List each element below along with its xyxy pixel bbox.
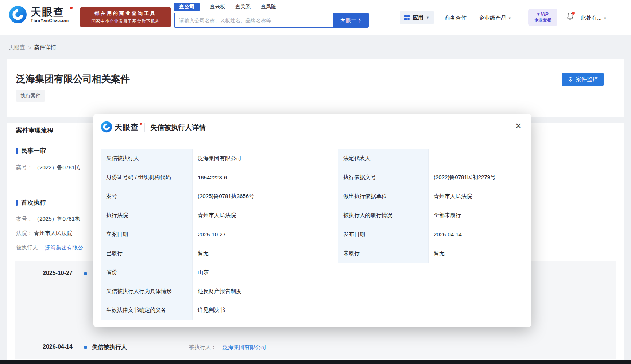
close-icon[interactable]: × [515, 120, 522, 132]
search-button[interactable]: 天眼一下 [333, 13, 369, 28]
search-tab-risk[interactable]: 查风险 [261, 4, 276, 10]
promo-line2: 国家中小企业发展子基金旗下机构 [80, 18, 171, 24]
company-link[interactable]: 泛海集团有限公司 [222, 344, 266, 351]
table-row: 生效法律文书确定的义务 详见判决书 [101, 301, 523, 320]
vip-package-button[interactable]: ♥ VIP 企业套餐 [528, 9, 557, 26]
field-label: 生效法律文书确定的义务 [101, 301, 193, 320]
executee-label: 被执行人： [189, 344, 216, 351]
field-label: 身份证号码 / 组织机构代码 [101, 168, 193, 187]
logo-red-dot [140, 123, 142, 125]
table-row: 案号 (2025)鲁0781执3656号 做出执行依据单位 青州市人民法院 [101, 187, 523, 206]
business-label: 商务合作 [445, 15, 467, 22]
modal-title: 失信被执行人详情 [150, 123, 206, 132]
vip-label: VIP [541, 11, 549, 17]
field-label: 发布日期 [338, 225, 429, 244]
field-label: 法定代表人 [338, 149, 429, 168]
timeline-event: 失信被执行人 [92, 344, 127, 351]
executee-label: 被执行人： [16, 244, 43, 251]
brand-name: 天眼查 [31, 7, 69, 18]
top-header: 天眼查 TianYanCha.com 都在用的商业查询工具 国家中小企业发展子基… [0, 0, 631, 35]
notification-bell[interactable] [566, 12, 575, 22]
stage-name: 民事一审 [21, 147, 46, 155]
stage2-executee-line: 被执行人： 泛海集团有限公 [16, 244, 83, 251]
field-label: 被执行人的履行情况 [338, 206, 429, 225]
enterprise-label: 企业级产品 [479, 15, 506, 22]
field-value: 青州市人民法院 [429, 187, 523, 206]
nav-business-cooperation[interactable]: 商务合作 [445, 15, 467, 22]
apps-menu-button[interactable]: 应用 ▼ [400, 11, 434, 24]
stage2-court-line: 法院： 青州市人民法院 [16, 230, 72, 237]
court-value: 青州市人民法院 [34, 230, 72, 236]
timeline-date: 2025-10-27 [43, 270, 73, 276]
search-tab-company[interactable]: 查公司 [174, 3, 200, 11]
case-number-value: （2022）鲁0781民 [34, 164, 80, 170]
field-value: 泛海集团有限公司 [193, 149, 338, 168]
footer-strip [0, 360, 631, 364]
field-value: 16542223-6 [193, 168, 338, 187]
search-tabs: 查公司 查老板 查关系 查风险 [174, 2, 369, 12]
field-value: 违反财产报告制度 [193, 282, 523, 301]
vip-package-label: 企业套餐 [534, 17, 551, 23]
promo-badge: 都在用的商业查询工具 国家中小企业发展子基金旗下机构 [80, 7, 171, 27]
stage2-case-number-line: 案号： （2025）鲁0781执 [16, 216, 80, 222]
field-value: 详见判决书 [193, 301, 523, 320]
monitor-icon [568, 77, 573, 82]
field-value: 山东 [193, 263, 523, 282]
case-number-label: 案号： [16, 216, 32, 222]
dishonest-executee-modal: 天眼查 失信被执行人详情 × 失信被执行人 泛海集团有限公司 法定代表人 - 身… [93, 114, 531, 327]
breadcrumb-current: 案件详情 [34, 44, 56, 51]
user-label: 此处有... [581, 15, 602, 22]
company-link[interactable]: 泛海集团有限公 [45, 244, 83, 251]
chevron-down-icon: ▼ [508, 16, 511, 20]
field-label: 执行法院 [101, 206, 193, 225]
timeline-date: 2026-04-14 [43, 344, 73, 350]
field-label: 做出执行依据单位 [338, 187, 429, 206]
timeline-dot [84, 346, 87, 349]
field-value: 2026-04-14 [429, 225, 523, 244]
user-menu[interactable]: 此处有... ▼ [581, 15, 607, 22]
table-row: 省份 山东 [101, 263, 523, 282]
tianyancha-logo[interactable]: 天眼查 TianYanCha.com [9, 5, 69, 24]
field-label: 案号 [101, 187, 193, 206]
field-label: 失信被执行人行为具体情形 [101, 282, 193, 301]
court-label: 法院： [16, 230, 32, 236]
section-title: 案件审理流程 [16, 126, 53, 135]
timeline-dot [84, 272, 87, 275]
monitor-label: 案件监控 [576, 76, 598, 83]
notification-dot [572, 12, 575, 15]
field-value: 全部未履行 [429, 206, 523, 225]
table-row: 已履行 暂无 未履行 暂无 [101, 244, 523, 263]
table-row: 失信被执行人行为具体情形 违反财产报告制度 [101, 282, 523, 301]
stage-civil-first-trial: 民事一审 [16, 147, 46, 155]
tianyancha-logo-icon [101, 121, 112, 133]
logo-red-dot [70, 7, 73, 9]
stage1-case-number-line: 案号： （2022）鲁0781民 [16, 164, 80, 171]
brand-name: 天眼查 [115, 123, 139, 131]
table-row: 执行法院 青州市人民法院 被执行人的履行情况 全部未履行 [101, 206, 523, 225]
dishonest-detail-table: 失信被执行人 泛海集团有限公司 法定代表人 - 身份证号码 / 组织机构代码 1… [101, 149, 523, 320]
field-value: 暂无 [193, 244, 338, 263]
table-row: 失信被执行人 泛海集团有限公司 法定代表人 - [101, 149, 523, 168]
tianyancha-logo-icon [9, 5, 27, 24]
modal-brand: 天眼查 [115, 122, 139, 132]
case-monitor-button[interactable]: 案件监控 [562, 73, 604, 86]
search-input[interactable] [174, 13, 333, 28]
field-label: 未履行 [338, 244, 429, 263]
field-value: 青州市人民法院 [193, 206, 338, 225]
chevron-down-icon: ▼ [426, 16, 429, 19]
field-value: (2025)鲁0781执3656号 [193, 187, 338, 206]
apps-label: 应用 [413, 14, 423, 21]
table-row: 身份证号码 / 组织机构代码 16542223-6 执行依据文号 (2022)鲁… [101, 168, 523, 187]
field-value: - [429, 149, 523, 168]
search-tab-boss[interactable]: 查老板 [210, 4, 225, 10]
field-label: 执行依据文号 [338, 168, 429, 187]
breadcrumb-home[interactable]: 天眼查 [9, 44, 25, 51]
field-value: 2025-10-27 [193, 225, 338, 244]
field-label: 立案日期 [101, 225, 193, 244]
field-label: 省份 [101, 263, 193, 282]
case-number-label: 案号： [16, 164, 32, 170]
search-tab-relation[interactable]: 查关系 [235, 4, 251, 10]
nav-enterprise-products[interactable]: 企业级产品 ▼ [479, 15, 511, 22]
stage-accent-bar [16, 148, 18, 154]
case-type-tag[interactable]: 执行案件 [16, 90, 45, 102]
